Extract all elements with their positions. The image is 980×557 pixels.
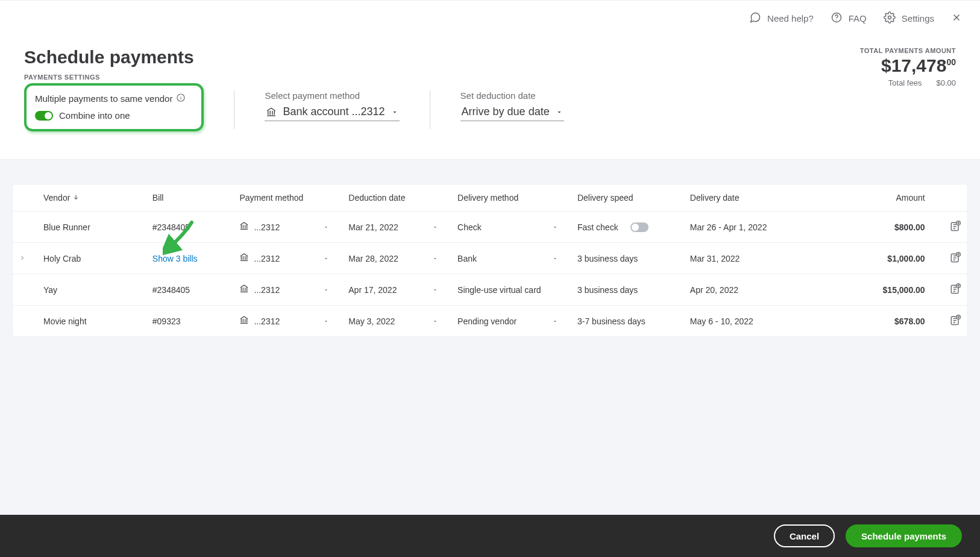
total-fees-value: $0.00	[936, 78, 956, 87]
total-payments-amount: $17,47800	[860, 55, 956, 76]
delivery-speed-cell: Fast check	[571, 212, 684, 243]
delivery-method-column-header[interactable]: Delivery method	[451, 184, 571, 212]
chevron-down-icon	[432, 287, 445, 293]
faq-button[interactable]: FAQ	[831, 11, 867, 25]
row-delivery-method-select[interactable]: Bank	[457, 254, 565, 263]
payment-method-select[interactable]: Bank account ...2312	[265, 105, 399, 121]
payment-method-column-header[interactable]: Payment method	[233, 184, 342, 212]
set-deduction-date-label: Set deduction date	[460, 90, 564, 101]
settings-label: Settings	[902, 13, 934, 24]
bank-icon	[239, 253, 249, 264]
show-bills-link[interactable]: Show 3 bills	[152, 254, 198, 263]
vendor-cell: Blue Runner	[37, 212, 146, 243]
need-help-button[interactable]: Need help?	[749, 11, 814, 25]
info-icon[interactable]	[176, 93, 186, 104]
delivery-method-cell: Single-use virtual card	[451, 274, 571, 306]
row-payment-method-select[interactable]: ...2312	[239, 315, 336, 327]
deduction-date-select[interactable]: Arrive by due date	[460, 105, 564, 121]
amount-cell: $1,000.00	[808, 243, 931, 274]
divider	[234, 90, 234, 129]
svg-point-1	[836, 20, 837, 20]
add-note-icon[interactable]	[949, 251, 961, 263]
add-note-icon[interactable]	[949, 220, 961, 232]
delivery-speed-cell: 3 business days	[571, 274, 684, 306]
row-deduction-date-select[interactable]: Apr 17, 2022	[348, 285, 445, 295]
schedule-payments-button[interactable]: Schedule payments	[846, 524, 962, 547]
row-deduction-date-select[interactable]: May 3, 2022	[348, 316, 445, 326]
table-row: Yay#2348405...2312Apr 17, 2022Single-use…	[13, 274, 967, 306]
vendor-cell: Movie night	[37, 306, 146, 337]
table-row: Movie night#09323...2312May 3, 2022Pendi…	[13, 306, 967, 337]
bill-cell: #2348405	[146, 274, 234, 306]
amount-cell: $15,000.00	[808, 274, 931, 306]
deduction-date-column-header[interactable]: Deduction date	[342, 184, 451, 212]
bank-icon	[239, 315, 249, 327]
svg-point-4	[181, 96, 181, 96]
chevron-down-icon	[323, 318, 336, 324]
table-row: Blue Runner#2348405...2312Mar 21, 2022Ch…	[13, 212, 967, 243]
gear-icon	[884, 11, 896, 25]
row-payment-method-select[interactable]: ...2312	[239, 253, 336, 264]
row-delivery-method-select[interactable]: Pending vendor	[457, 316, 565, 326]
row-payment-method-select[interactable]: ...2312	[239, 221, 336, 233]
combine-toggle[interactable]	[35, 111, 53, 121]
row-deduction-date-select[interactable]: Mar 28, 2022	[348, 254, 445, 263]
chevron-down-icon	[556, 109, 563, 116]
bank-icon	[239, 284, 249, 295]
close-button[interactable]	[951, 12, 962, 25]
chevron-down-icon	[432, 224, 445, 230]
combine-payments-panel: Multiple payments to same vendor Combine…	[24, 83, 204, 131]
vendor-cell: Holy Crab	[37, 243, 146, 274]
chevron-down-icon	[323, 287, 336, 293]
bank-icon	[239, 221, 249, 233]
chevron-down-icon	[552, 318, 565, 324]
cancel-button[interactable]: Cancel	[774, 524, 835, 547]
total-payments-label: TOTAL PAYMENTS AMOUNT	[860, 47, 956, 54]
delivery-speed-cell: 3 business days	[571, 243, 684, 274]
delivery-date-cell: May 6 - 10, 2022	[684, 306, 808, 337]
need-help-label: Need help?	[767, 13, 814, 24]
row-deduction-date-select[interactable]: Mar 21, 2022	[348, 222, 445, 232]
amount-column-header[interactable]: Amount	[808, 184, 931, 212]
fast-check-toggle[interactable]	[630, 222, 649, 232]
settings-button[interactable]: Settings	[884, 11, 934, 25]
expand-row-icon[interactable]	[19, 254, 26, 263]
vendor-cell: Yay	[37, 274, 146, 306]
row-delivery-method-select[interactable]: Check	[457, 222, 565, 232]
add-note-icon[interactable]	[949, 283, 961, 295]
bank-icon	[266, 107, 277, 118]
multi-vendor-label: Multiple payments to same vendor	[35, 93, 172, 104]
sort-desc-icon	[72, 193, 80, 203]
delivery-speed-cell: 3-7 business days	[571, 306, 684, 337]
svg-point-2	[888, 16, 891, 19]
question-circle-icon	[831, 11, 843, 25]
chevron-down-icon	[391, 109, 398, 116]
chevron-down-icon	[323, 256, 336, 262]
top-bar: Need help? FAQ Settings	[0, 0, 980, 36]
combine-toggle-label: Combine into one	[59, 110, 130, 121]
bill-cell: #2348405	[146, 212, 234, 243]
bill-cell: Show 3 bills	[146, 243, 234, 274]
row-payment-method-select[interactable]: ...2312	[239, 284, 336, 295]
bill-cell: #09323	[146, 306, 234, 337]
header-area: Schedule payments PAYMENTS SETTINGS TOTA…	[0, 36, 980, 160]
chevron-down-icon	[432, 256, 445, 262]
chevron-down-icon	[552, 224, 565, 230]
faq-label: FAQ	[849, 13, 867, 24]
chevron-down-icon	[432, 318, 445, 324]
totals-panel: TOTAL PAYMENTS AMOUNT $17,47800 Total fe…	[860, 47, 956, 87]
comment-icon	[749, 11, 761, 25]
delivery-speed-column-header[interactable]: Delivery speed	[571, 184, 684, 212]
vendor-column-header[interactable]: Vendor	[37, 184, 146, 212]
chevron-down-icon	[552, 256, 565, 262]
close-icon	[951, 12, 962, 25]
payments-settings-label: PAYMENTS SETTINGS	[24, 74, 956, 81]
add-note-icon[interactable]	[949, 314, 961, 326]
payments-table: Vendor Bill Payment method Deduction dat…	[12, 184, 968, 337]
total-fees-label: Total fees	[888, 78, 922, 87]
delivery-date-cell: Apr 20, 2022	[684, 274, 808, 306]
delivery-date-column-header[interactable]: Delivery date	[684, 184, 808, 212]
divider	[430, 90, 430, 129]
bill-column-header[interactable]: Bill	[146, 184, 234, 212]
delivery-date-cell: Mar 26 - Apr 1, 2022	[684, 212, 808, 243]
